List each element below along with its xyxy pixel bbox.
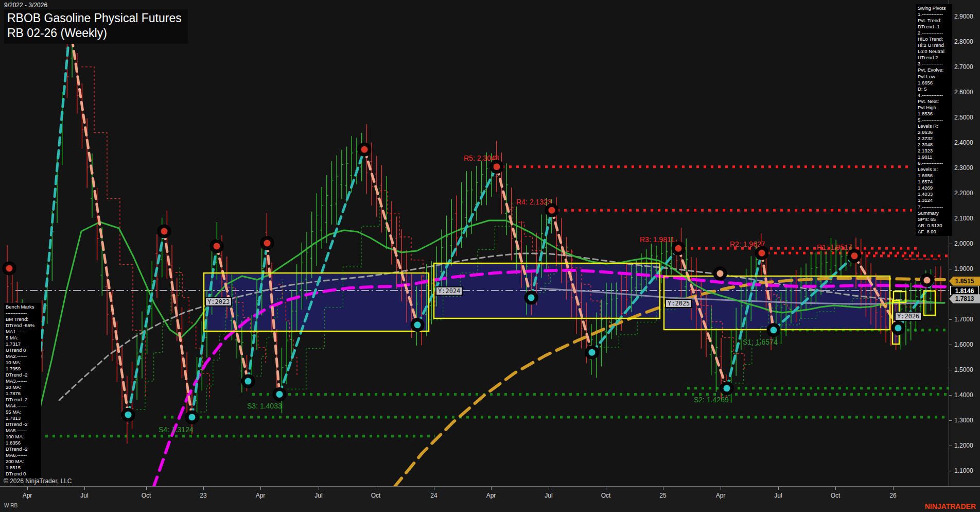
panel-line: 2.8636: [918, 129, 951, 135]
panel-line: DTrend -2: [6, 421, 40, 428]
panel-line: AF: 8.00: [918, 229, 951, 235]
panel-line: 2.3732: [918, 135, 951, 142]
panel-line: DTrend -2: [6, 397, 40, 403]
panel-line: Lo:0 Neutral: [918, 48, 951, 55]
panel-line: 1.-------------: [918, 11, 951, 18]
panel-line: 5 MA:: [6, 335, 40, 341]
year-box-label: Y:2025: [665, 299, 692, 308]
panel-line: AR: 0.5130: [918, 223, 951, 229]
panel-line: SP's: 65: [918, 216, 951, 223]
bench-marks-panel: Bench Marks-------------BM Trend:DTrend …: [4, 303, 41, 478]
panel-line: 1.3124: [918, 197, 951, 203]
chart-window: R5: 2.3048R4: 2.1323R3: 1.9811R2: 1.9627…: [0, 0, 980, 512]
panel-line: 100 MA:: [6, 434, 40, 440]
panel-line: 2.3048: [918, 142, 951, 148]
price-axis[interactable]: 2.90002.80002.70002.60002.50002.40002.30…: [949, 0, 980, 486]
panel-line: UTrend 0: [6, 347, 40, 353]
zigzag-up-leg: [898, 282, 933, 328]
panel-line: 200 MA:: [6, 458, 40, 465]
panel-line: MA1.------: [6, 329, 40, 335]
panel-line: 1.7959: [6, 366, 40, 372]
panel-line: 1.8536: [918, 111, 951, 117]
panel-line: Pvt. Evolve:: [918, 67, 951, 73]
panel-line: DTrend -1: [918, 24, 951, 30]
chart-label: F0: [880, 302, 887, 310]
price-tag-1.8146: 1.8146: [950, 286, 979, 295]
zigzag-down-leg: [164, 231, 192, 417]
swing-pivots-panel: Swing Pivots1.-------------Pvt. Trend:DT…: [916, 4, 952, 236]
panel-line: MA6.------: [6, 452, 40, 458]
zigzag-up-leg: [279, 149, 364, 394]
panel-line: 1.9811: [918, 154, 951, 160]
panel-line: D: 5: [918, 86, 951, 92]
year-box-label: Y:2026: [895, 312, 922, 321]
panel-line: 5.-------------: [918, 117, 951, 123]
panel-line: MA5.------: [6, 428, 40, 434]
chart-label: R3: 1.9811: [640, 235, 675, 244]
panel-line: MA3.------: [6, 378, 40, 384]
year-box-label: Y:2023: [205, 297, 232, 306]
panel-line: 10 MA:: [6, 360, 40, 366]
panel-line: Pvt. Trend:: [918, 18, 951, 24]
panel-line: 1.6574: [918, 179, 951, 185]
date-range: 9/2022 - 3/2026: [4, 2, 47, 9]
panel-line: Swing Pivots: [918, 5, 951, 11]
year-box-label: Y:2024: [435, 286, 463, 296]
panel-line: 1.7813: [6, 415, 40, 421]
panel-line: Pvt Low: [918, 74, 951, 80]
panel-line: Hi:2 UTrend: [918, 42, 951, 48]
panel-line: 20 MA:: [6, 384, 40, 390]
trailing-step-line: [81, 67, 146, 396]
panel-line: -------------: [6, 310, 40, 316]
chart-title: RBOB Gasoline Physical Futures RB 02-26 …: [4, 9, 188, 44]
panel-line: UTrend 2: [918, 55, 951, 61]
panel-line: HiLo Trend:: [918, 36, 951, 42]
panel-line: Summary: [918, 210, 951, 216]
instrument-label: W RB: [4, 503, 18, 508]
panel-line: DTrend -2: [6, 372, 40, 378]
panel-line: Bench Marks: [6, 304, 40, 310]
panel-line: MA2.------: [6, 353, 40, 360]
panel-line: Pvt High: [918, 105, 951, 111]
price-chart-canvas[interactable]: R5: 2.3048R4: 2.1323R3: 1.9811R2: 1.9627…: [0, 0, 949, 486]
panel-line: DTrend 0: [6, 471, 40, 477]
ninjatrader-logo: NINJATRADER: [925, 502, 976, 510]
panel-line: DTrend -65%: [6, 322, 40, 329]
panel-line: 1.8356: [6, 440, 40, 446]
chart-label: S1: 1.6574: [743, 338, 778, 346]
copyright-text: © 2026 NinjaTrader, LLC: [4, 477, 72, 485]
panel-line: 55 MA:: [6, 409, 40, 415]
chart-label: R1: 1.9517: [817, 243, 852, 251]
panel-line: 2.1323: [918, 148, 951, 154]
panel-line: 7.-------------: [918, 204, 951, 210]
panel-line: 1.8515: [6, 465, 40, 471]
panel-line: DTrend -2: [6, 446, 40, 452]
panel-line: 2.-------------: [918, 30, 951, 36]
panel-line: 3.-------------: [918, 61, 951, 67]
panel-line: 6.-------------: [918, 160, 951, 166]
green-ma: [31, 220, 944, 444]
panel-line: 1.6656: [918, 173, 951, 179]
panel-line: MA4.------: [6, 403, 40, 409]
panel-line: 4.-------------: [918, 92, 951, 98]
title-line-2: RB 02-26 (Weekly): [7, 26, 182, 41]
panel-line: 1.6656: [918, 80, 951, 86]
panel-line: Levels R:: [918, 123, 951, 129]
price-tag-1.8515: 1.8515: [949, 277, 980, 286]
panel-line: 1.7317: [6, 341, 40, 347]
title-line-1: RBOB Gasoline Physical Futures: [7, 11, 182, 26]
panel-line: Pvt. Next:: [918, 98, 951, 105]
zigzag-down-leg: [70, 26, 128, 415]
chart-label: S3: 1.4033: [247, 402, 282, 410]
chart-label: R4: 2.1323: [516, 198, 552, 206]
chart-label: R5: 2.3048: [464, 154, 499, 162]
time-axis[interactable]: AprJulOct23AprJulOct24AprJulOct25AprJulO…: [0, 486, 980, 512]
panel-line: Levels S:: [918, 166, 951, 173]
chart-label: S2: 1.4269: [694, 396, 729, 404]
price-tag-1.7813: 1.7813: [949, 294, 980, 303]
chart-label: S4: 1.3124: [159, 425, 194, 434]
panel-line: BM Trend:: [6, 316, 40, 322]
panel-line: 1.4033: [918, 191, 951, 197]
panel-line: 1.4269: [918, 185, 951, 191]
panel-line: 1.7876: [6, 390, 40, 397]
